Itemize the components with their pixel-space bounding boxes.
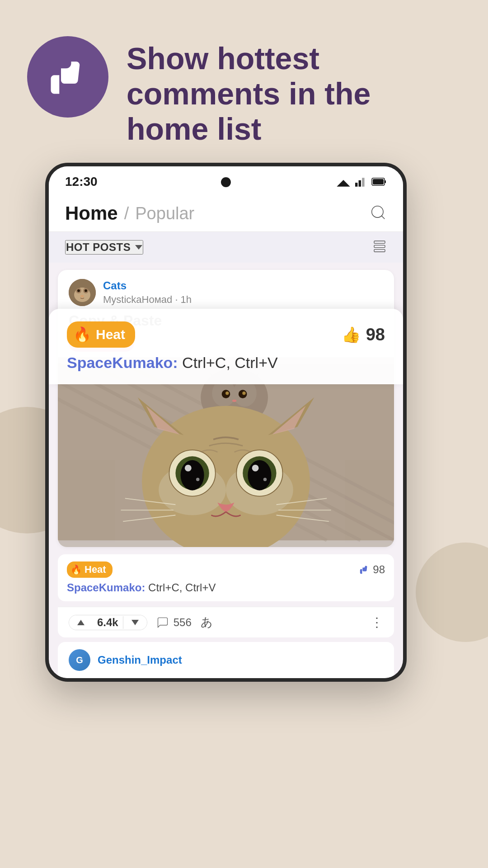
wifi-icon [336, 176, 351, 187]
layout-toggle-button[interactable] [372, 239, 387, 255]
svg-point-45 [248, 460, 271, 491]
hot-posts-filter-button[interactable]: HOT POSTS [65, 240, 143, 255]
nav-popular-label[interactable]: Popular [135, 204, 194, 223]
comment-button[interactable]: 556 [156, 616, 192, 629]
post-meta: Cats MystickaНомad · 1h [103, 279, 192, 306]
svg-rect-1 [359, 180, 361, 187]
svg-point-14 [77, 289, 80, 292]
action-bar: 6.4k 556 あ ⋮ [58, 607, 394, 637]
search-button[interactable] [370, 204, 387, 223]
status-time: 12:30 [65, 175, 98, 189]
nav-title: Home / Popular [65, 203, 194, 224]
status-icons [336, 176, 387, 188]
vote-group: 6.4k [69, 615, 147, 630]
vote-count: 6.4k [93, 616, 123, 629]
post-author: MystickaНомad · 1h [103, 294, 192, 306]
thumbs-up-feed-icon [359, 565, 369, 575]
like-count-small: 98 [359, 563, 385, 576]
svg-rect-8 [374, 245, 385, 247]
heat-badge-small: 🔥 Heat [67, 561, 113, 578]
in-feed-heat-row: 🔥 Heat 98 [67, 561, 385, 578]
post-image [58, 357, 394, 547]
avatar [69, 279, 96, 306]
svg-point-16 [80, 295, 84, 297]
fire-emoji-small: 🔥 [70, 564, 82, 575]
svg-rect-7 [374, 241, 385, 243]
in-feed-comment: 🔥 Heat 98 SpaceKumako: Ctrl+C, Ctrl+V [58, 554, 394, 601]
more-options-button[interactable]: ⋮ [371, 615, 383, 630]
language-button[interactable]: あ [201, 614, 213, 630]
heat-comment-text-large: SpaceKumako: Ctrl+C, Ctrl+V [67, 354, 385, 372]
svg-point-32 [232, 400, 236, 402]
svg-point-46 [185, 465, 192, 472]
comment-count: 556 [174, 616, 192, 629]
next-post-community[interactable]: Genshin_Impact [98, 654, 182, 666]
nav-home-label[interactable]: Home [65, 203, 118, 224]
community-name[interactable]: Cats [103, 279, 192, 292]
svg-point-44 [181, 460, 204, 491]
svg-point-30 [225, 392, 229, 395]
cat-image-svg [58, 357, 394, 547]
heat-comment-overlay: 🔥 Heat 👍 98 SpaceKumako: Ctrl+C, Ctrl+V [49, 309, 403, 384]
feed-comment-author: SpaceKumako: [67, 581, 145, 594]
heat-label-small: Heat [84, 564, 106, 576]
heat-label-large: Heat [96, 327, 125, 342]
heat-badge-large: 🔥 Heat [67, 321, 135, 348]
comment-icon [156, 616, 169, 629]
thumbs-up-icon [47, 57, 88, 97]
svg-rect-0 [355, 183, 357, 187]
like-count-large: 👍 98 [342, 325, 385, 344]
bg-decoration-right [416, 542, 488, 642]
triangle-down-icon [131, 620, 139, 625]
svg-rect-5 [373, 179, 384, 184]
hot-posts-label: HOT POSTS [66, 241, 131, 254]
svg-rect-9 [374, 250, 385, 252]
feed-comment-text: SpaceKumako: Ctrl+C, Ctrl+V [67, 581, 385, 594]
header-tagline: Show hottest comments in the home list [127, 36, 461, 147]
nav-separator: / [124, 204, 129, 223]
avatar-svg [69, 279, 96, 306]
phone-mockup: 12:30 Home / Popular [45, 163, 407, 682]
feed-comment-body: Ctrl+C, Ctrl+V [148, 581, 216, 594]
svg-rect-2 [362, 178, 364, 187]
vote-down-button[interactable] [123, 615, 147, 630]
svg-point-49 [263, 478, 267, 481]
status-bar: 12:30 [49, 166, 403, 193]
avatar-cat-image [69, 279, 96, 306]
vote-up-button[interactable] [69, 615, 93, 630]
camera-dot [221, 177, 231, 187]
thumbs-up-small-icon: 👍 [342, 326, 361, 344]
svg-point-6 [372, 206, 383, 217]
heat-like-count: 98 [366, 325, 385, 344]
next-post-header: G Genshin_Impact [58, 642, 394, 678]
fire-emoji-large: 🔥 [73, 326, 91, 343]
svg-point-47 [252, 465, 259, 472]
svg-point-48 [196, 478, 199, 481]
heat-comment-body-large: Ctrl+C, Ctrl+V [182, 354, 278, 371]
heat-comment-header: 🔥 Heat 👍 98 [67, 321, 385, 348]
thumbs-up-circle [27, 36, 108, 118]
heat-comment-author-large: SpaceKumako: [67, 354, 178, 371]
signal-icon [355, 176, 367, 188]
post-header: Cats MystickaНомad · 1h [58, 270, 394, 312]
header-section: Show hottest comments in the home list [0, 0, 488, 165]
svg-point-15 [84, 289, 87, 292]
triangle-up-icon [77, 620, 84, 625]
next-post-avatar: G [69, 649, 90, 671]
svg-point-31 [242, 392, 245, 395]
chevron-down-icon [135, 245, 142, 250]
battery-icon [371, 177, 387, 187]
svg-rect-4 [385, 180, 386, 183]
filter-bar: HOT POSTS [49, 232, 403, 263]
feed-like-count: 98 [373, 563, 385, 576]
nav-bar: Home / Popular [49, 193, 403, 232]
